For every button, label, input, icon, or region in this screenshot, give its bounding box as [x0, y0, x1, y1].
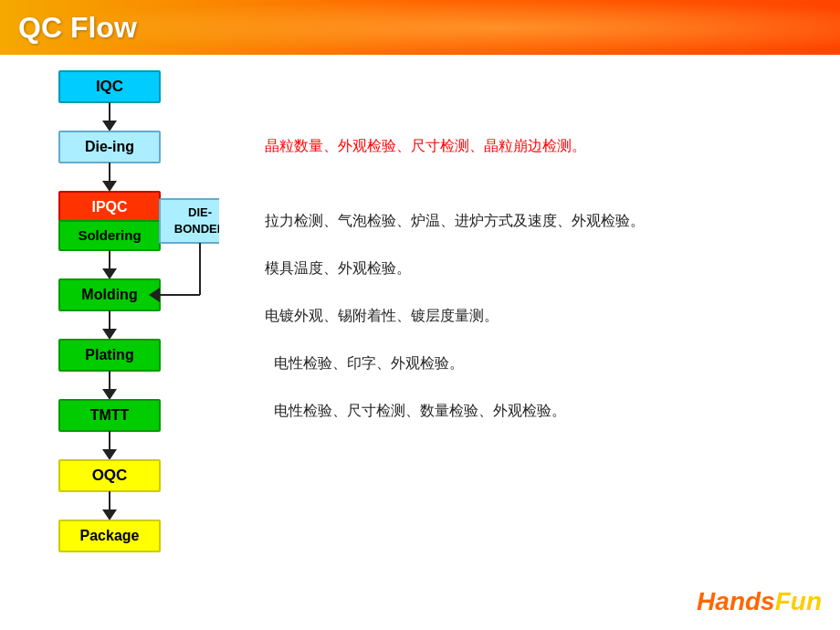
svg-text:BONDER: BONDER	[174, 222, 219, 236]
svg-marker-17	[102, 329, 117, 340]
svg-text:IQC: IQC	[96, 78, 123, 95]
svg-marker-3	[102, 121, 117, 131]
molding-description: 模具温度、外观检验。	[265, 257, 813, 279]
header: QC Flow	[0, 0, 840, 55]
tmtt-description: 电性检验、印字、外观检验。	[274, 352, 813, 374]
logo-fun: Fun	[775, 587, 822, 615]
svg-text:IPQC: IPQC	[91, 199, 128, 215]
svg-text:Package: Package	[80, 528, 140, 543]
dieing-description: 晶粒数量、外观检验、尺寸检测、晶粒崩边检测。	[265, 135, 813, 157]
soldering-description: 拉力检测、气泡检验、炉温、进炉方式及速度、外观检验。	[265, 210, 813, 232]
svg-marker-29	[102, 509, 117, 520]
svg-text:TMTT: TMTT	[90, 407, 130, 423]
svg-text:Soldering: Soldering	[78, 227, 141, 243]
flowchart-column: IQC Die-ing IPQC Soldering Molding	[0, 55, 237, 630]
svg-marker-21	[102, 389, 117, 400]
oqc-description: 电性检验、尺寸检测、数量检验、外观检验。	[274, 400, 813, 422]
spacer-soldering	[265, 183, 813, 210]
svg-marker-25	[102, 449, 117, 460]
plating-description: 电镀外观、锡附着性、镀层度量测。	[265, 305, 813, 327]
descriptions-column: 晶粒数量、外观检验、尺寸检测、晶粒崩边检测。 拉力检测、气泡检验、炉温、进炉方式…	[237, 55, 840, 630]
flow-svg: IQC Die-ing IPQC Soldering Molding	[0, 64, 219, 621]
svg-text:Die-ing: Die-ing	[85, 139, 134, 154]
svg-text:OQC: OQC	[92, 467, 128, 484]
svg-text:Molding: Molding	[81, 287, 137, 302]
spacer-top	[265, 73, 813, 135]
logo-hands: Hands	[697, 587, 775, 615]
page-title: QC Flow	[18, 11, 137, 45]
svg-marker-7	[102, 181, 117, 192]
svg-marker-13	[102, 268, 117, 279]
main-content: IQC Die-ing IPQC Soldering Molding	[0, 55, 840, 630]
svg-text:DIE-: DIE-	[188, 205, 212, 219]
logo: HandsFun	[697, 587, 822, 616]
svg-text:Plating: Plating	[85, 347, 133, 362]
